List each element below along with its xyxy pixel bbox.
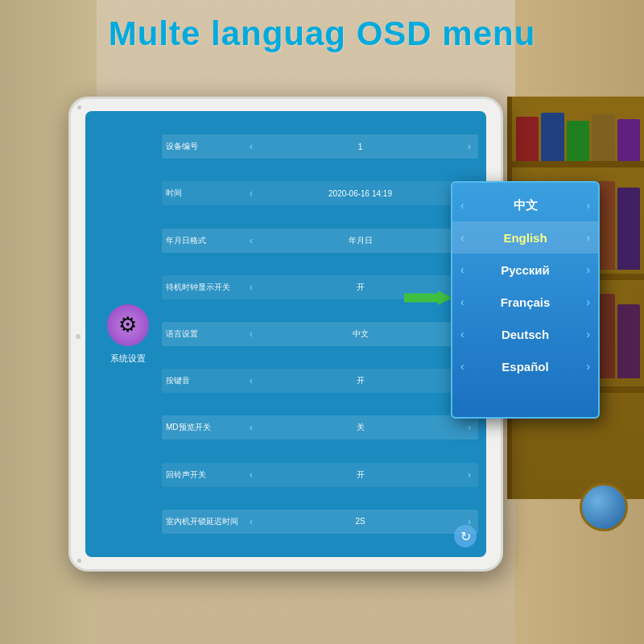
tablet-camera bbox=[76, 334, 80, 339]
lang-name: Español bbox=[471, 360, 580, 374]
osd-arrow-left[interactable]: ‹ bbox=[246, 141, 256, 152]
osd-row-value: 2020-06-16 14:19 bbox=[256, 189, 464, 198]
osd-row-label: 语言设置 bbox=[166, 328, 246, 340]
osd-row: 室内机开锁延迟时间 ‹ 2S › bbox=[162, 510, 478, 534]
shelf-1 bbox=[512, 161, 644, 167]
osd-arrow-left[interactable]: ‹ bbox=[246, 422, 256, 433]
osd-row-label: 按键音 bbox=[166, 375, 246, 386]
osd-row: 设备编号 ‹ 1 › bbox=[162, 134, 478, 159]
osd-row-value: 年月日 bbox=[256, 235, 464, 246]
lang-arrow-right: › bbox=[586, 263, 590, 276]
osd-arrow-left[interactable]: ‹ bbox=[246, 328, 256, 340]
osd-arrow-right[interactable]: › bbox=[464, 141, 474, 152]
osd-arrow-left[interactable]: ‹ bbox=[246, 516, 256, 527]
book bbox=[617, 188, 640, 270]
book bbox=[617, 119, 640, 161]
lang-arrow-left: ‹ bbox=[460, 231, 464, 244]
refresh-icon[interactable]: ↻ bbox=[454, 525, 477, 547]
lang-arrow-right: › bbox=[586, 328, 590, 341]
book bbox=[617, 304, 640, 378]
book bbox=[592, 114, 614, 161]
osd-rows-container: 设备编号 ‹ 1 › 时间 ‹ 2020-06-16 14:19 › 年月日格式… bbox=[162, 119, 478, 549]
osd-arrow-left[interactable]: ‹ bbox=[246, 282, 256, 293]
tablet-dot-bl bbox=[77, 559, 81, 563]
lang-name: Deutsch bbox=[471, 328, 580, 341]
osd-arrow-right[interactable]: › bbox=[464, 422, 474, 433]
osd-row-label: 年月日格式 bbox=[166, 235, 246, 246]
book bbox=[567, 121, 589, 161]
osd-row: 语言设置 ‹ 中文 › bbox=[162, 322, 478, 346]
book bbox=[516, 117, 539, 161]
gear-icon: ⚙ bbox=[107, 304, 149, 346]
osd-arrow-left[interactable]: ‹ bbox=[246, 469, 256, 481]
lang-arrow-left: ‹ bbox=[460, 263, 464, 276]
tablet-dot-tl bbox=[77, 105, 81, 109]
lang-arrow-right: › bbox=[586, 231, 590, 244]
tablet-device: ⚙ 系统设置 设备编号 ‹ 1 › 时间 ‹ 2020-06-16 14:19 … bbox=[68, 97, 503, 572]
osd-row-value: 开 bbox=[256, 469, 464, 481]
osd-row: 回铃声开关 ‹ 开 › bbox=[162, 463, 478, 487]
osd-row: 时间 ‹ 2020-06-16 14:19 › bbox=[162, 181, 478, 205]
system-label: 系统设置 bbox=[110, 353, 146, 365]
osd-row-label: 回铃声开关 bbox=[166, 469, 246, 481]
osd-row-label: 室内机开锁延迟时间 bbox=[166, 516, 246, 527]
osd-arrow-left[interactable]: ‹ bbox=[246, 188, 256, 199]
lang-arrow-right: › bbox=[586, 360, 590, 373]
lang-arrow-left: ‹ bbox=[460, 360, 464, 373]
lang-arrow-left: ‹ bbox=[460, 199, 464, 212]
osd-row-label: 设备编号 bbox=[166, 141, 246, 152]
lang-arrow-left: ‹ bbox=[460, 295, 464, 308]
osd-row-value: 开 bbox=[256, 375, 464, 386]
osd-row-value: 中文 bbox=[256, 328, 464, 340]
osd-row-label: 时间 bbox=[166, 188, 246, 199]
lang-name: 中文 bbox=[471, 198, 580, 213]
book bbox=[541, 113, 564, 161]
language-item[interactable]: ‹ 中文 › bbox=[452, 189, 598, 221]
lang-arrow-right: › bbox=[586, 199, 590, 212]
lang-arrow-left: ‹ bbox=[460, 328, 464, 341]
osd-row-value: 1 bbox=[256, 142, 464, 151]
osd-row: 按键音 ‹ 开 › bbox=[162, 369, 478, 393]
osd-arrow-right[interactable]: › bbox=[464, 469, 474, 481]
tablet-screen: ⚙ 系统设置 设备编号 ‹ 1 › 时间 ‹ 2020-06-16 14:19 … bbox=[85, 111, 486, 557]
language-item[interactable]: ‹ English › bbox=[452, 221, 598, 254]
osd-left-panel: ⚙ 系统设置 bbox=[93, 119, 162, 549]
osd-row-label: MD预览开关 bbox=[166, 422, 246, 433]
language-item[interactable]: ‹ Français › bbox=[452, 286, 598, 318]
language-item[interactable]: ‹ Deutsch › bbox=[452, 318, 598, 350]
osd-row-value: 开 bbox=[256, 282, 464, 293]
lang-name: English bbox=[471, 231, 580, 245]
osd-row-label: 待机时钟显示开关 bbox=[166, 282, 246, 293]
globe-decoration bbox=[580, 483, 628, 531]
language-item[interactable]: ‹ Русский › bbox=[452, 254, 598, 286]
osd-arrow-left[interactable]: ‹ bbox=[246, 235, 256, 246]
lang-arrow-right: › bbox=[586, 295, 590, 308]
osd-row-value: 关 bbox=[256, 422, 464, 433]
language-popup: ‹ 中文 › ‹ English › ‹ Русский › ‹ Françai… bbox=[451, 181, 600, 419]
lang-name: Русский bbox=[471, 263, 580, 277]
osd-menu: ⚙ 系统设置 设备编号 ‹ 1 › 时间 ‹ 2020-06-16 14:19 … bbox=[85, 111, 486, 557]
osd-row: MD预览开关 ‹ 关 › bbox=[162, 415, 478, 440]
language-item[interactable]: ‹ Español › bbox=[452, 350, 598, 382]
lang-name: Français bbox=[471, 295, 580, 309]
osd-arrow-left[interactable]: ‹ bbox=[246, 375, 256, 386]
osd-row-value: 2S bbox=[256, 517, 464, 526]
books-top-row bbox=[516, 109, 640, 161]
osd-row: 年月日格式 ‹ 年月日 › bbox=[162, 229, 478, 253]
page-title: Multe languag OSD menu bbox=[109, 14, 536, 53]
